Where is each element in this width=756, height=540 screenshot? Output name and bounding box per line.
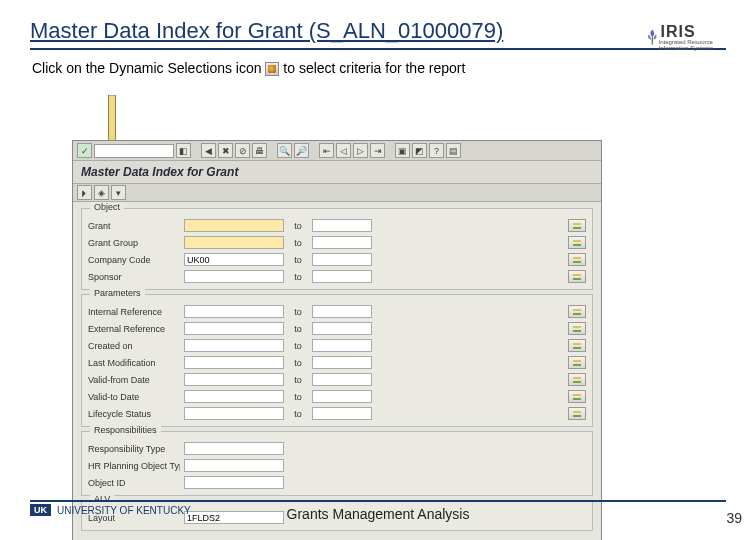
enter-icon[interactable]: ✓	[77, 143, 92, 158]
print-icon[interactable]: 🖶	[252, 143, 267, 158]
label-resp: HR Planning Object Type	[88, 461, 180, 471]
row-param: Last Modificationto	[82, 354, 592, 371]
iris-logo-text: IRIS	[661, 23, 696, 40]
multiple-selection-button[interactable]	[568, 322, 586, 335]
command-field[interactable]	[94, 144, 174, 158]
input-grant-group-to[interactable]	[312, 236, 372, 249]
shortcut-icon[interactable]: ◩	[412, 143, 427, 158]
row-param: Internal Referenceto	[82, 303, 592, 320]
iris-flower-icon	[646, 25, 659, 49]
label-param: Valid-to Date	[88, 392, 180, 402]
input-resp[interactable]	[184, 476, 284, 489]
input-param-from[interactable]	[184, 390, 284, 403]
help-icon[interactable]: ?	[429, 143, 444, 158]
first-page-icon[interactable]: ⇤	[319, 143, 334, 158]
group-responsibilities-title: Responsibilities	[90, 425, 161, 435]
input-sponsor-from[interactable]	[184, 270, 284, 283]
input-company-code-from[interactable]: UK00	[184, 253, 284, 266]
svg-rect-13	[573, 326, 581, 328]
multiple-selection-button[interactable]	[568, 356, 586, 369]
group-responsibilities: Responsibilities Responsibility TypeHR P…	[81, 431, 593, 496]
input-grant-from[interactable]	[184, 219, 284, 232]
multiple-selection-button[interactable]	[568, 390, 586, 403]
multiple-selection-button[interactable]	[568, 407, 586, 420]
input-resp[interactable]	[184, 459, 284, 472]
svg-rect-22	[573, 398, 581, 400]
instruction-after: to select criteria for the report	[283, 60, 465, 76]
prev-page-icon[interactable]: ◁	[336, 143, 351, 158]
input-param-to[interactable]	[312, 373, 372, 386]
iris-logo: IRIS Integrated Resource Information Sys…	[646, 18, 736, 56]
multiple-selection-button[interactable]	[568, 339, 586, 352]
input-param-to[interactable]	[312, 339, 372, 352]
variant-icon[interactable]: ▾	[111, 185, 126, 200]
slide-title: Master Data Index for Grant (S_ALN_01000…	[0, 0, 756, 48]
new-session-icon[interactable]: ▣	[395, 143, 410, 158]
label-param: Created on	[88, 341, 180, 351]
exit-icon[interactable]: ✖	[218, 143, 233, 158]
input-param-to[interactable]	[312, 305, 372, 318]
to-label: to	[288, 255, 308, 265]
group-layout-title: ALV	[90, 494, 114, 504]
label-grant-group: Grant Group	[88, 238, 180, 248]
input-param-from[interactable]	[184, 407, 284, 420]
input-param-from[interactable]	[184, 373, 284, 386]
svg-rect-21	[573, 394, 581, 396]
row-param: Valid-from Dateto	[82, 371, 592, 388]
row-resp: HR Planning Object Type	[82, 457, 592, 474]
svg-rect-8	[573, 261, 581, 263]
input-resp[interactable]	[184, 442, 284, 455]
instruction-before: Click on the Dynamic Selections icon	[32, 60, 265, 76]
layout-menu-icon[interactable]: ▤	[446, 143, 461, 158]
row-param: External Referenceto	[82, 320, 592, 337]
label-param: Valid-from Date	[88, 375, 180, 385]
multiple-selection-button[interactable]	[568, 373, 586, 386]
next-page-icon[interactable]: ▷	[353, 143, 368, 158]
svg-rect-17	[573, 360, 581, 362]
to-label: to	[288, 324, 308, 334]
multiple-selection-button[interactable]	[568, 219, 586, 232]
find-icon[interactable]: 🔍	[277, 143, 292, 158]
to-label: to	[288, 238, 308, 248]
input-param-from[interactable]	[184, 339, 284, 352]
input-company-code-to[interactable]	[312, 253, 372, 266]
cancel-icon[interactable]: ⊘	[235, 143, 250, 158]
sap-selection-screen: Object Grant to Grant Group to Company C…	[73, 202, 601, 540]
row-resp: Responsibility Type	[82, 440, 592, 457]
row-param: Valid-to Dateto	[82, 388, 592, 405]
input-param-from[interactable]	[184, 356, 284, 369]
input-param-from[interactable]	[184, 322, 284, 335]
svg-rect-19	[573, 377, 581, 379]
input-param-to[interactable]	[312, 356, 372, 369]
svg-rect-18	[573, 364, 581, 366]
back-icon[interactable]: ◀	[201, 143, 216, 158]
input-grant-group-from[interactable]	[184, 236, 284, 249]
dynamic-selections-button[interactable]: ◈	[94, 185, 109, 200]
input-param-from[interactable]	[184, 305, 284, 318]
to-label: to	[288, 358, 308, 368]
svg-rect-5	[573, 240, 581, 242]
execute-icon[interactable]: ⏵	[77, 185, 92, 200]
svg-rect-16	[573, 347, 581, 349]
label-grant: Grant	[88, 221, 180, 231]
multiple-selection-button[interactable]	[568, 236, 586, 249]
find-next-icon[interactable]: 🔎	[294, 143, 309, 158]
row-param: Lifecycle Statusto	[82, 405, 592, 422]
last-page-icon[interactable]: ⇥	[370, 143, 385, 158]
input-sponsor-to[interactable]	[312, 270, 372, 283]
input-grant-to[interactable]	[312, 219, 372, 232]
input-param-to[interactable]	[312, 390, 372, 403]
svg-rect-0	[652, 37, 653, 45]
row-resp: Object ID	[82, 474, 592, 491]
save-icon[interactable]: ◧	[176, 143, 191, 158]
multiple-selection-button[interactable]	[568, 253, 586, 266]
input-param-to[interactable]	[312, 322, 372, 335]
input-param-to[interactable]	[312, 407, 372, 420]
group-parameters-title: Parameters	[90, 288, 145, 298]
multiple-selection-button[interactable]	[568, 305, 586, 318]
sap-screenshot: ✓ ◧ ◀ ✖ ⊘ 🖶 🔍 🔎 ⇤ ◁ ▷ ⇥ ▣ ◩ ? ▤ Master D…	[72, 140, 602, 540]
row-param: Created onto	[82, 337, 592, 354]
footer-center: Grants Management Analysis	[0, 506, 756, 522]
multiple-selection-button[interactable]	[568, 270, 586, 283]
svg-rect-24	[573, 415, 581, 417]
